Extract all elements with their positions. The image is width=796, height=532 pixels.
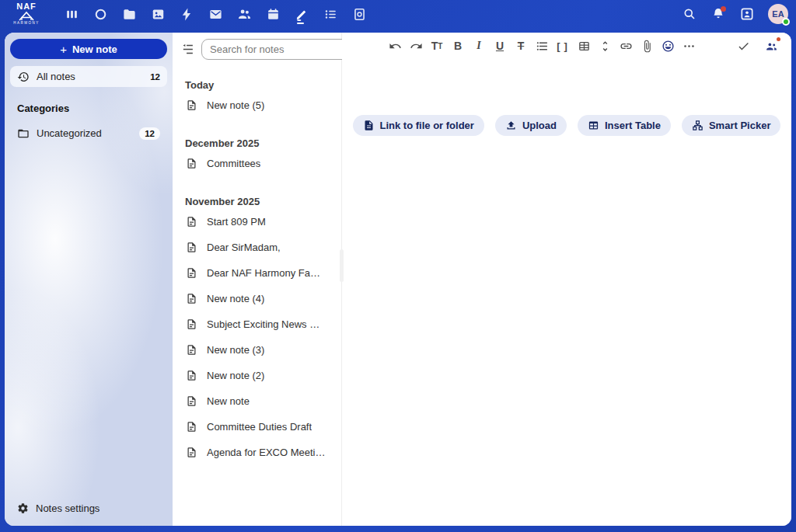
- activity-icon[interactable]: [179, 5, 194, 23]
- contacts-icon[interactable]: [236, 5, 252, 23]
- notes-settings-button[interactable]: Notes settings: [10, 497, 167, 520]
- sidebar-spacer: [10, 144, 167, 497]
- note-list-item[interactable]: Committees: [178, 151, 336, 176]
- note-list-item[interactable]: New note (4): [178, 286, 336, 311]
- note-title: New note: [207, 395, 250, 407]
- files-icon[interactable]: [121, 5, 137, 23]
- note-icon: [186, 267, 197, 279]
- note-icon: [186, 370, 197, 381]
- note-icon: [186, 344, 197, 356]
- redo-icon[interactable]: [407, 37, 425, 55]
- dashboard-icon[interactable]: [64, 5, 79, 23]
- strikethrough-icon[interactable]: T: [511, 37, 530, 55]
- italic-icon[interactable]: I: [470, 37, 488, 55]
- search-icon[interactable]: [682, 6, 697, 22]
- action-label: Link to file or folder: [380, 120, 474, 131]
- callout-icon[interactable]: [ ]: [553, 37, 572, 55]
- mail-icon[interactable]: [208, 5, 223, 23]
- sidebar-item-uncategorized[interactable]: Uncategorized 12: [10, 123, 167, 144]
- contacts-menu-icon[interactable]: [739, 6, 755, 22]
- notes-list-panel: TodayNew note (5)December 2025Committees…: [173, 33, 342, 526]
- note-title: Committee Duties Draft: [207, 421, 312, 433]
- note-list-item[interactable]: Subject Exciting News Meet Your ...: [178, 311, 336, 337]
- note-title: New note (3): [207, 344, 264, 356]
- action-label: Insert Table: [605, 120, 661, 131]
- notifications-bell-icon[interactable]: [710, 6, 726, 22]
- note-list-item[interactable]: New note (5): [178, 92, 336, 118]
- logo-house-icon: [18, 11, 35, 21]
- notes-icon[interactable]: [294, 5, 309, 23]
- file-link-icon: [363, 120, 375, 131]
- more-actions-icon[interactable]: [679, 37, 698, 55]
- upload-icon: [505, 120, 517, 131]
- table-icon: [588, 120, 599, 131]
- app-icon-row: [64, 5, 367, 23]
- history-icon: [17, 71, 30, 83]
- note-title: Start 809 PM: [207, 216, 266, 228]
- session-dot: [777, 37, 780, 41]
- list-section-heading: December 2025: [185, 137, 329, 149]
- note-list-item[interactable]: New note: [178, 388, 336, 414]
- editor-quick-actions: Link to file or folder Upload Insert Tab…: [342, 115, 791, 136]
- photos-icon[interactable]: [150, 5, 166, 23]
- note-icon: [186, 447, 197, 458]
- note-list-item[interactable]: Agenda for EXCO Meeting (16 N...: [178, 440, 336, 465]
- action-label: Upload: [522, 120, 557, 131]
- unfold-icon[interactable]: [595, 37, 614, 55]
- collapse-sidebar-icon[interactable]: [179, 41, 196, 58]
- insert-table-button[interactable]: Insert Table: [578, 115, 671, 136]
- logo-title: NAF: [16, 2, 37, 11]
- bulleted-list-icon[interactable]: [532, 37, 551, 55]
- notes-settings-label: Notes settings: [36, 502, 100, 514]
- smart-picker-button[interactable]: Smart Picker: [682, 115, 781, 136]
- note-list-item[interactable]: Dear NAF Harmony Family,: [178, 260, 336, 286]
- categories-heading: Categories: [17, 103, 167, 114]
- editor-toolbar: TT B I U T [ ]: [342, 33, 791, 57]
- search-input[interactable]: [201, 39, 355, 60]
- attach-file-icon[interactable]: [637, 37, 656, 55]
- insert-link-icon[interactable]: [616, 37, 635, 55]
- active-sessions-icon[interactable]: [762, 37, 780, 55]
- note-list-item[interactable]: New note (3): [178, 337, 336, 363]
- sidebar-item-all-notes[interactable]: All notes 12: [10, 66, 167, 87]
- list-section-heading: Today: [185, 79, 329, 91]
- note-title: Subject Exciting News Meet Your ...: [207, 318, 328, 330]
- note-list-item[interactable]: Dear SirMadam,: [178, 235, 336, 260]
- note-list-item[interactable]: Committee Duties Draft: [178, 414, 336, 440]
- editor-status-group: [734, 37, 780, 55]
- action-label: Smart Picker: [709, 120, 771, 131]
- note-list-item[interactable]: New note (2): [178, 363, 336, 388]
- note-icon: [186, 318, 197, 330]
- app-logo[interactable]: NAF HARMONY: [8, 2, 45, 26]
- table-icon[interactable]: [574, 37, 593, 55]
- note-icon: [186, 395, 197, 407]
- smart-picker-icon: [692, 120, 703, 131]
- note-title: New note (2): [207, 370, 264, 381]
- note-list-item[interactable]: Start 809 PM: [178, 209, 336, 235]
- upload-button[interactable]: Upload: [495, 115, 567, 136]
- left-sidebar: + New note All notes 12 Categories Uncat…: [5, 33, 173, 526]
- headings-icon[interactable]: TT: [428, 37, 446, 55]
- talk-icon[interactable]: [93, 5, 108, 23]
- note-title: Dear NAF Harmony Family,: [207, 267, 328, 279]
- calendar-icon[interactable]: [265, 5, 281, 23]
- top-bar: NAF HARMONY: [0, 0, 796, 28]
- avatar[interactable]: EA: [768, 4, 788, 24]
- emoji-picker-icon[interactable]: [658, 37, 677, 55]
- tasks-icon[interactable]: [323, 5, 338, 23]
- avatar-initials: EA: [772, 9, 784, 19]
- notes-list-sections: TodayNew note (5)December 2025Committees…: [173, 60, 341, 526]
- panel-resize-handle[interactable]: [340, 249, 344, 282]
- undo-icon[interactable]: [386, 37, 404, 55]
- uncategorized-count: 12: [139, 127, 160, 140]
- office-icon[interactable]: [351, 5, 367, 23]
- new-note-button[interactable]: + New note: [10, 39, 167, 59]
- gear-icon: [17, 502, 29, 514]
- link-to-file-button[interactable]: Link to file or folder: [353, 115, 484, 136]
- underline-icon[interactable]: U: [491, 37, 509, 55]
- folder-icon: [17, 127, 30, 140]
- note-title: Dear SirMadam,: [207, 242, 281, 253]
- saved-check-icon[interactable]: [734, 37, 752, 55]
- bold-icon[interactable]: B: [449, 37, 467, 55]
- editor-panel: TT B I U T [ ]: [342, 33, 791, 526]
